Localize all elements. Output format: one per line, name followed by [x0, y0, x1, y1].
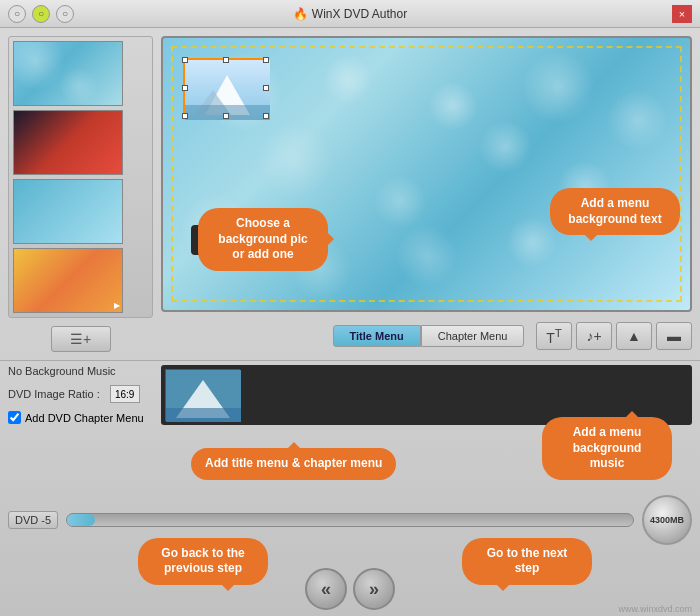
progress-bar	[66, 513, 634, 527]
thumbnail-3[interactable]	[13, 179, 123, 244]
dvd-progress-area: DVD -5 4300MB	[8, 495, 692, 545]
watermark: www.winxdvd.com	[618, 604, 692, 614]
handle-tr[interactable]	[263, 57, 269, 63]
main-window: ▶ ☰+	[0, 28, 700, 616]
add-chapter-row: Add DVD Chapter Menu	[8, 411, 153, 424]
tooltip-title-chapter: Add title menu & chapter menu	[191, 448, 396, 480]
add-text-button[interactable]: TT	[536, 322, 572, 350]
app-title-icon: 🔥	[293, 7, 308, 21]
music-icon: ♪+	[586, 328, 601, 344]
remove-button[interactable]: ▬	[656, 322, 692, 350]
tabs-group: Title Menu Chapter Menu	[333, 325, 525, 347]
window-maximize-button[interactable]: ○	[56, 5, 74, 23]
handle-bl[interactable]	[182, 113, 188, 119]
bottom-area: No Background Music DVD Image Ratio : Ad…	[0, 360, 700, 616]
tooltip-menu-text: Add a menu background text	[550, 188, 680, 235]
close-x-button[interactable]: ×	[672, 5, 692, 23]
handle-tl[interactable]	[182, 57, 188, 63]
film-thumb-svg	[166, 370, 241, 422]
title-bar: ○ ○ ○ 🔥 WinX DVD Author ×	[0, 0, 700, 28]
svg-rect-6	[166, 408, 241, 422]
no-bg-music-label: No Background Music	[8, 365, 153, 377]
move-up-button[interactable]: ▲	[616, 322, 652, 350]
handle-tm[interactable]	[223, 57, 229, 63]
handle-bm[interactable]	[223, 113, 229, 119]
tooltip-next-step: Go to the next step	[462, 538, 592, 585]
filmstrip-container: Add title menu & chapter menu Add a menu…	[161, 365, 692, 425]
progress-bar-fill	[67, 514, 95, 526]
add-background-button[interactable]: ☰+	[51, 326, 111, 352]
play-indicator: ▶	[114, 301, 120, 310]
nav-buttons: « »	[305, 568, 395, 610]
dvd-label-button[interactable]: DVD -5	[8, 511, 58, 529]
thumbnail-container: ▶	[8, 36, 153, 318]
tooltip-bg-music: Add a menu background music	[542, 417, 672, 480]
content-area: ▶ ☰+	[0, 28, 700, 360]
add-chapter-checkbox[interactable]	[8, 411, 21, 424]
handle-br[interactable]	[263, 113, 269, 119]
menu-tabs-area: Title Menu Chapter Menu TT ♪+ ▲ ▬	[161, 320, 692, 352]
handle-ml[interactable]	[182, 85, 188, 91]
tab-title-menu[interactable]: Title Menu	[333, 325, 421, 347]
preview-thumbnail[interactable]	[183, 58, 268, 118]
action-buttons: TT ♪+ ▲ ▬	[536, 322, 692, 350]
add-chapter-label: Add DVD Chapter Menu	[25, 412, 144, 424]
window-close-button[interactable]: ○	[8, 5, 26, 23]
dvd-size-indicator: 4300MB	[642, 495, 692, 545]
dvd-ratio-row: DVD Image Ratio :	[8, 385, 153, 403]
window-minimize-button[interactable]: ○	[32, 5, 50, 23]
film-strip	[161, 365, 692, 425]
window-controls: ○ ○ ○	[8, 5, 74, 23]
app-title: 🔥 WinX DVD Author	[293, 7, 407, 21]
minus-icon: ▬	[667, 328, 681, 344]
add-music-button[interactable]: ♪+	[576, 322, 612, 350]
film-thumb-1[interactable]	[165, 369, 240, 421]
left-panel: ▶ ☰+	[8, 36, 153, 352]
up-arrow-icon: ▲	[627, 328, 641, 344]
text-icon: TT	[546, 326, 562, 346]
add-icon: ☰+	[70, 331, 91, 347]
dvd-size-text: 4300MB	[650, 515, 684, 525]
mountain-svg	[185, 60, 270, 120]
preview-canvas: Back 🕊 Choose a background pic or add on…	[161, 36, 692, 312]
thumbnail-2[interactable]	[13, 110, 123, 175]
tab-chapter-menu[interactable]: Chapter Menu	[421, 325, 525, 347]
tooltip-background: Choose a background pic or add one	[198, 208, 328, 271]
preview-area: Back 🕊 Choose a background pic or add on…	[161, 36, 692, 352]
tooltip-prev-step: Go back to the previous step	[138, 538, 268, 585]
dvd-ratio-input[interactable]	[110, 385, 140, 403]
next-step-button[interactable]: »	[353, 568, 395, 610]
app-title-text: WinX DVD Author	[312, 7, 407, 21]
thumbnail-4[interactable]: ▶	[13, 248, 123, 313]
bottom-nav-section: Go back to the previous step « » Go to t…	[8, 549, 692, 616]
handle-mr[interactable]	[263, 85, 269, 91]
prev-step-button[interactable]: «	[305, 568, 347, 610]
thumbnail-1[interactable]	[13, 41, 123, 106]
thumb-mosaic-bg	[14, 42, 122, 105]
